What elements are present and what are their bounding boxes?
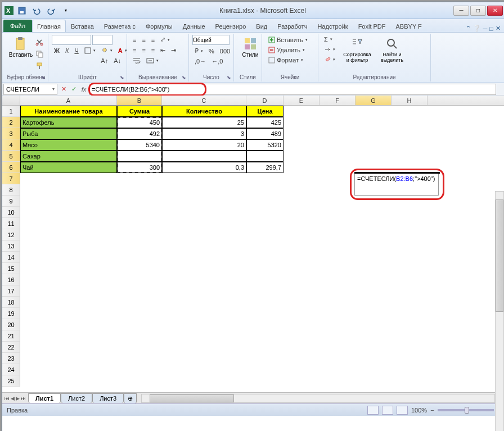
row-header-7[interactable]: 7 <box>2 173 20 184</box>
zoom-slider[interactable] <box>438 409 494 411</box>
tab-page-layout[interactable]: Разметка с <box>99 20 141 32</box>
bold-button[interactable]: Ж <box>52 46 62 55</box>
font-launcher[interactable]: ⬊ <box>120 75 124 80</box>
tab-nav-next[interactable]: ▶ <box>16 396 20 401</box>
paste-button[interactable]: Вставить <box>8 35 34 60</box>
col-header-c[interactable]: C <box>162 96 246 105</box>
font-family-select[interactable] <box>52 35 91 45</box>
qat-redo-button[interactable] <box>45 4 57 17</box>
vertical-scrollbar[interactable] <box>495 191 504 431</box>
row-header-12[interactable]: 12 <box>2 229 20 241</box>
qat-save-button[interactable] <box>16 4 28 17</box>
row-header-6[interactable]: 6 <box>2 162 20 173</box>
decrease-font-button[interactable]: A↓ <box>111 56 123 65</box>
row-header-22[interactable]: 22 <box>2 342 20 353</box>
wrap-text-button[interactable] <box>130 56 143 65</box>
cell-price-5[interactable] <box>246 151 284 162</box>
find-select-button[interactable]: Найти и выделить <box>377 35 407 65</box>
insert-cells-button[interactable]: Вставить▾ <box>266 35 310 45</box>
fill-color-button[interactable]: ▾ <box>99 46 115 55</box>
align-top-button[interactable]: ≡ <box>130 35 138 44</box>
tab-review[interactable]: Рецензиро <box>210 20 251 32</box>
format-painter-button[interactable] <box>33 61 46 71</box>
font-size-select[interactable] <box>92 35 112 45</box>
cell-sum-4[interactable]: 5340 <box>117 139 162 151</box>
help-button[interactable]: ❔ <box>473 25 481 32</box>
maximize-button[interactable]: □ <box>470 6 486 16</box>
sheet-tab-3[interactable]: Лист3 <box>92 393 124 403</box>
autosum-button[interactable]: Σ▾ <box>322 35 338 44</box>
row-header-23[interactable]: 23 <box>2 353 20 364</box>
decrease-indent-button[interactable]: ⇤ <box>158 46 168 55</box>
currency-button[interactable]: ₽▾ <box>192 46 205 56</box>
border-button[interactable]: ▾ <box>82 46 98 55</box>
row-header-4[interactable]: 4 <box>2 139 20 151</box>
close-button[interactable]: ✕ <box>487 6 503 16</box>
align-center-button[interactable]: ≡ <box>140 46 147 55</box>
delete-cells-button[interactable]: Удалить▾ <box>266 45 307 55</box>
doc-minimize-button[interactable]: ─ <box>483 25 488 32</box>
increase-decimal-button[interactable]: ,0→ <box>192 57 208 66</box>
clear-button[interactable]: ▾ <box>322 55 338 64</box>
number-format-select[interactable] <box>192 35 230 45</box>
underline-button[interactable]: Ч <box>72 46 80 55</box>
header-qty[interactable]: Количество <box>162 106 246 117</box>
tab-addins[interactable]: Надстройк <box>312 20 353 32</box>
header-name[interactable]: Наименование товара <box>20 106 117 117</box>
cells-area[interactable]: Наименование товараСуммаКоличествоЦенаКа… <box>20 106 504 392</box>
tab-data[interactable]: Данные <box>178 20 210 32</box>
align-bottom-button[interactable]: ≡ <box>149 35 157 44</box>
fx-button[interactable]: fx <box>79 84 89 94</box>
tab-nav-prev[interactable]: ◀ <box>11 396 15 401</box>
row-header-1[interactable]: 1 <box>2 106 20 117</box>
cell-name-2[interactable]: Картофель <box>20 117 117 128</box>
row-header-19[interactable]: 19 <box>2 308 20 319</box>
horizontal-scrollbar[interactable] <box>141 394 495 403</box>
ribbon-minimize-button[interactable]: ⌃ <box>466 25 471 32</box>
cell-qty-5[interactable] <box>162 151 246 162</box>
orientation-button[interactable]: ⤢▾ <box>158 35 172 44</box>
row-header-16[interactable]: 16 <box>2 274 20 285</box>
col-header-g[interactable]: G <box>356 96 392 105</box>
cell-name-6[interactable]: Чай <box>20 162 117 173</box>
col-header-e[interactable]: E <box>284 96 320 105</box>
cell-qty-4[interactable]: 20 <box>162 139 246 151</box>
row-header-13[interactable]: 13 <box>2 241 20 252</box>
doc-close-button[interactable]: ✕ <box>496 25 501 32</box>
cell-name-5[interactable]: Сахар <box>20 151 117 162</box>
cell-price-4[interactable]: 5320 <box>246 139 284 151</box>
cancel-formula-button[interactable]: ✕ <box>58 84 69 94</box>
enter-formula-button[interactable]: ✓ <box>69 84 79 94</box>
cut-button[interactable] <box>33 37 46 47</box>
sort-filter-button[interactable]: Сортировка и фильтр <box>341 35 374 65</box>
row-header-15[interactable]: 15 <box>2 263 20 274</box>
increase-font-button[interactable]: A↑ <box>98 56 110 65</box>
row-header-25[interactable]: 25 <box>2 375 20 387</box>
tab-insert[interactable]: Вставка <box>66 20 99 32</box>
tab-view[interactable]: Вид <box>251 20 272 32</box>
cell-editor-overlay[interactable]: =СЧЁТЕСЛИ(B2:B6;">400") <box>354 173 439 196</box>
fill-button[interactable]: ▾ <box>322 45 338 54</box>
page-layout-view-button[interactable] <box>382 406 393 415</box>
styles-button[interactable]: Стили <box>237 35 263 60</box>
row-header-11[interactable]: 11 <box>2 218 20 229</box>
decrease-decimal-button[interactable]: ←,0 <box>209 57 225 66</box>
cell-price-3[interactable]: 489 <box>246 128 284 139</box>
comma-button[interactable]: 000 <box>218 47 232 56</box>
tab-abbyy[interactable]: ABBYY F <box>391 20 427 32</box>
copy-button[interactable] <box>33 49 46 59</box>
tab-formulas[interactable]: Формулы <box>141 20 178 32</box>
new-sheet-button[interactable]: ⊕ <box>124 393 137 403</box>
file-tab[interactable]: Файл <box>3 20 32 32</box>
row-header-21[interactable]: 21 <box>2 330 20 342</box>
increase-indent-button[interactable]: ⇥ <box>169 46 178 55</box>
row-header-14[interactable]: 14 <box>2 252 20 263</box>
cell-price-2[interactable]: 425 <box>246 117 284 128</box>
name-box[interactable]: СЧЁТЕСЛИ▾ <box>3 84 57 95</box>
cell-qty-2[interactable]: 25 <box>162 117 246 128</box>
col-header-f[interactable]: F <box>320 96 356 105</box>
sheet-tab-2[interactable]: Лист2 <box>61 393 92 403</box>
row-header-5[interactable]: 5 <box>2 151 20 162</box>
normal-view-button[interactable] <box>367 406 379 415</box>
row-header-9[interactable]: 9 <box>2 196 20 207</box>
